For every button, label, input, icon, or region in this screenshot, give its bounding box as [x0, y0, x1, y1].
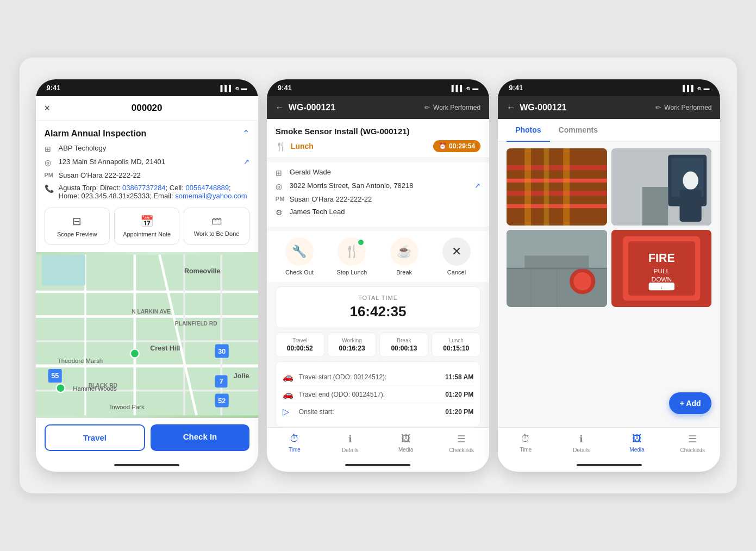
- svg-rect-42: [642, 187, 668, 226]
- battery-icon-3: ▬: [703, 85, 709, 91]
- nav-time-2[interactable]: ⏱ Time: [267, 433, 322, 453]
- pencil-icon-3: ✏: [655, 104, 661, 111]
- svg-point-43: [683, 172, 698, 190]
- pencil-icon-2: ✏: [424, 104, 430, 111]
- travel-button[interactable]: Travel: [45, 424, 146, 451]
- svg-text:7: 7: [219, 378, 223, 385]
- svg-text:BLACK RD: BLACK RD: [88, 383, 117, 389]
- travel-start-label: Travel start (ODO: 00124512):: [299, 373, 440, 381]
- svg-point-26: [56, 384, 65, 392]
- nav-time-3[interactable]: ⏱ Time: [498, 433, 553, 453]
- svg-point-49: [573, 272, 591, 290]
- svg-text:PLAINFIELD RD: PLAINFIELD RD: [174, 321, 217, 327]
- navigate-icon[interactable]: ↗: [243, 158, 249, 166]
- collapse-icon[interactable]: ⌃: [242, 128, 249, 139]
- phone-2: 9:41 ▌▌▌ ⌾ ▬ ← WG-000121 ✏ Work Performe…: [267, 79, 489, 472]
- nav-checklists-3[interactable]: ☰ Checklists: [665, 433, 720, 453]
- footer-buttons: Travel Check In: [36, 418, 258, 462]
- checklist-icon: 🗃: [211, 215, 222, 227]
- back-icon-2[interactable]: ←: [276, 103, 284, 112]
- status-bar-2: 9:41 ▌▌▌ ⌾ ▬: [267, 79, 489, 96]
- tab-photos[interactable]: Photos: [507, 119, 549, 142]
- break-button[interactable]: ☕ Break: [380, 237, 428, 276]
- back-icon-3[interactable]: ←: [507, 103, 515, 112]
- header-left-2: ← WG-000121: [276, 103, 335, 112]
- checkin-button[interactable]: Check In: [151, 424, 249, 451]
- work-to-be-done-button[interactable]: 🗃 Work to Be Done: [184, 208, 249, 245]
- svg-text:N LARKIN AVE: N LARKIN AVE: [132, 309, 171, 315]
- stop-lunch-button[interactable]: 🍴 Stop Lunch: [328, 237, 376, 276]
- svg-text:↓: ↓: [660, 284, 663, 290]
- photo-3[interactable]: [507, 230, 607, 307]
- cancel-button[interactable]: ✕ Cancel: [433, 237, 480, 276]
- navigate-icon-2[interactable]: ↗: [474, 181, 480, 190]
- stop-lunch-icon: 🍴: [338, 237, 366, 266]
- work-performed-label-3[interactable]: Work Performed: [664, 104, 711, 111]
- job-title: Alarm Annual Inspection: [45, 129, 147, 139]
- company-row: ⊞ ABP Techology: [45, 144, 249, 153]
- time-2: 9:41: [278, 84, 292, 92]
- pm-text: Susan O'Hara 222-222-22: [59, 171, 141, 179]
- pm-icon: PM: [45, 172, 54, 178]
- photo-1[interactable]: [507, 148, 607, 226]
- wifi-icon-3: ⌾: [697, 85, 701, 91]
- nav-media-2[interactable]: 🖼 Media: [378, 433, 433, 453]
- photo-2[interactable]: [611, 148, 712, 226]
- nav-details-3[interactable]: ℹ Details: [553, 433, 609, 453]
- time-nav-icon-3: ⏱: [521, 433, 530, 444]
- scope-preview-button[interactable]: ⊟ Scope Preview: [45, 208, 110, 245]
- onsite-time: 01:20 PM: [445, 408, 473, 416]
- gear-icon: ⚙: [276, 208, 285, 217]
- work-performed-label-2[interactable]: Work Performed: [433, 104, 480, 111]
- order-number: 000020: [132, 103, 163, 114]
- travel-time-box: Travel 00:00:52: [276, 333, 324, 357]
- clock-icon: ⏰: [439, 142, 447, 150]
- add-button[interactable]: + Add: [669, 392, 712, 414]
- phone-1: 9:41 ▌▌▌ ⌾ ▬ × 000020 Alarm Annual Inspe…: [36, 79, 258, 472]
- wifi-icon: ⌾: [235, 85, 239, 91]
- travel-label: Travel: [278, 337, 322, 343]
- job-title-section: Smoke Sensor Install (WG-000121) 🍴 Lunch…: [267, 119, 489, 158]
- travel-end-row: 🚗 Travel end (ODO: 00124517): 01:20 PM: [283, 386, 473, 403]
- svg-text:FIRE: FIRE: [648, 252, 675, 265]
- address-text: 123 Main St Annapolis MD, 21401: [59, 158, 166, 166]
- time-3: 9:41: [509, 84, 523, 92]
- work-order-id-2: WG-000121: [289, 103, 335, 112]
- signal-icon: ▌▌▌: [220, 85, 233, 91]
- timeline-section: 🚗 Travel start (ODO: 00124512): 11:58 AM…: [276, 361, 480, 427]
- onsite-label: Onsite start:: [299, 408, 440, 416]
- app-container: 9:41 ▌▌▌ ⌾ ▬ × 000020 Alarm Annual Inspe…: [20, 58, 737, 493]
- battery-icon: ▬: [241, 85, 247, 91]
- appointment-note-button[interactable]: 📅 Appointment Note: [114, 208, 179, 245]
- battery-icon-2: ▬: [472, 85, 478, 91]
- pm-row-2: PM Susan O'Hara 222-222-22: [276, 195, 480, 203]
- svg-text:Romeoville: Romeoville: [184, 267, 220, 275]
- media-nav-icon-3: 🖼: [632, 433, 642, 444]
- tech-info-section: ⊞ Gerald Wade ◎ 3022 Morris Street, San …: [267, 162, 489, 227]
- close-button[interactable]: ×: [45, 103, 51, 114]
- nav-checklists-2[interactable]: ☰ Checklists: [434, 433, 489, 453]
- time-1: 9:41: [47, 84, 61, 92]
- tab-comments[interactable]: Comments: [550, 119, 607, 142]
- details-nav-icon: ℹ: [348, 433, 352, 445]
- nav-details-2[interactable]: ℹ Details: [322, 433, 378, 453]
- svg-text:PULL: PULL: [653, 268, 670, 276]
- status-icons-2: ▌▌▌ ⌾ ▬: [452, 85, 478, 91]
- total-time-card: TOTAL TIME 16:42:35: [276, 286, 480, 328]
- svg-rect-31: [507, 148, 607, 226]
- nav-media-3[interactable]: 🖼 Media: [609, 433, 665, 453]
- pm-contact-2: Susan O'Hara 222-222-22: [290, 195, 372, 203]
- scope-icon: ⊟: [72, 215, 82, 228]
- travel-start-time: 11:58 AM: [445, 373, 473, 381]
- phone3-header: ← WG-000121 ✏ Work Performed: [498, 96, 720, 119]
- address-row: ◎ 123 Main St Annapolis MD, 21401 ↗: [45, 158, 249, 167]
- lunch-label: Lunch: [291, 142, 314, 151]
- onsite-row: ▷ Onsite start: 01:20 PM: [283, 403, 473, 420]
- break-label: Break: [382, 337, 426, 343]
- checkout-button[interactable]: 🔧 Check Out: [276, 237, 323, 276]
- working-time-box: Working 00:16:23: [328, 333, 377, 357]
- svg-rect-11: [42, 255, 85, 286]
- checklists-nav-icon-3: ☰: [688, 433, 697, 445]
- break-value: 00:00:13: [382, 345, 426, 352]
- photo-4[interactable]: FIRE PULL DOWN ↓: [611, 230, 712, 307]
